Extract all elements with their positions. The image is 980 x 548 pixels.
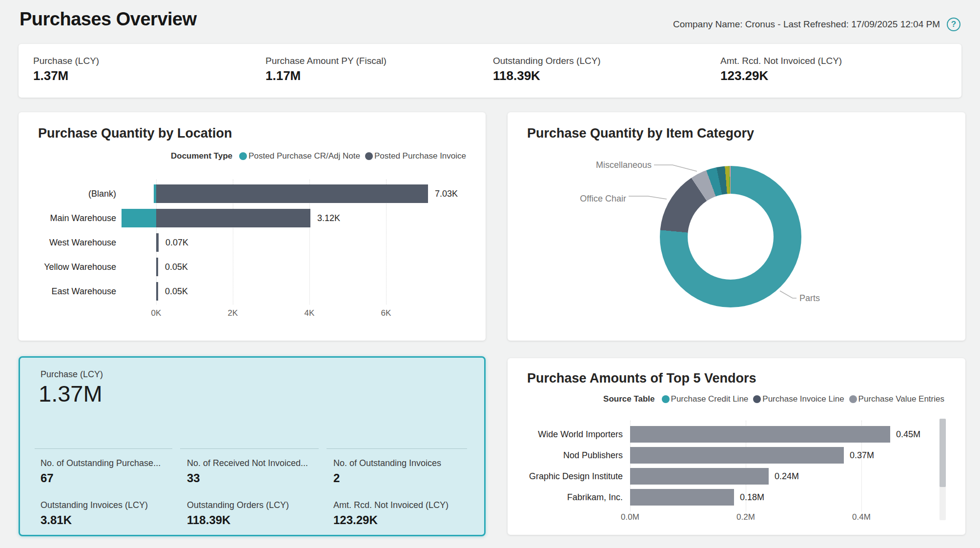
kpi-amt-rcd-not-invoiced[interactable]: Amt. Rcd. Not Invoiced (LCY) 123.29K [720,44,925,98]
donut-hole [688,194,774,280]
legend-title: Source Table [603,394,655,404]
legend-item-value-entries[interactable]: Purchase Value Entries [849,394,944,404]
divider [180,448,319,449]
x-tick: 0K [137,308,176,318]
bar-value-label: 0.37M [850,447,874,464]
bar-segment-invoice[interactable] [156,233,159,252]
category-label: (Blank) [28,184,116,203]
bar-row-wide-world-importers: Wide World Importers 0.45M [508,426,965,443]
selected-card-value: 1.37M [39,380,102,407]
vendor-bar[interactable] [630,426,890,443]
vendor-bar[interactable] [630,447,844,464]
teal-dot-icon [662,395,670,403]
vendors-scrollbar-thumb[interactable] [939,419,946,487]
legend-item-credit-line[interactable]: Purchase Credit Line [662,394,749,404]
bar-value-label: 0.07K [165,233,188,252]
legend-item-invoice-line[interactable]: Purchase Invoice Line [753,394,844,404]
page-title: Purchases Overview [20,9,197,30]
kpi-value: 118.39K [493,68,540,83]
x-tick: 0.4M [842,512,881,522]
kpi-label: Amt. Rcd. Not Invoiced (LCY) [720,56,842,66]
vendor-label: Graphic Design Institute [517,468,623,485]
purchase-lcy-selected-card[interactable]: Purchase (LCY) 1.37M No. of Outstanding … [19,356,486,536]
divider [327,448,467,449]
kpi-label: Outstanding Orders (LCY) [493,56,601,66]
bar-segment-cr-adj[interactable] [122,209,156,227]
bar-row-main-warehouse: Main Warehouse 3.12K [19,209,486,227]
location-chart-card: Purchase Quantity by Location Document T… [19,112,486,341]
header-right: Company Name: Cronus - Last Refreshed: 1… [673,18,960,31]
bar-value-label: 7.03K [435,184,458,203]
x-tick: 2K [213,308,252,318]
vendor-bar[interactable] [630,489,734,506]
vendors-scrollbar-track[interactable] [939,419,946,520]
donut-chart[interactable] [660,166,801,307]
metric-received-not-invoiced-count: No. of Received Not Invoiced... 33 [187,458,324,485]
vendor-label: Fabrikam, Inc. [517,489,623,506]
bar-segment-invoice[interactable] [156,184,428,203]
metric-amt-rcd-not-invoiced-lcy: Amt. Rcd. Not Invoiced (LCY) 123.29K [333,500,470,527]
kpi-purchase-lcy[interactable]: Purchase (LCY) 1.37M [33,44,238,98]
bar-row-yellow-warehouse: Yellow Warehouse 0.05K [19,258,486,276]
legend-item-cr-adj-note[interactable]: Posted Purchase CR/Adj Note [239,151,360,161]
kpi-value: 1.37M [33,68,68,83]
category-label: Main Warehouse [28,209,116,227]
legend-item-invoice[interactable]: Posted Purchase Invoice [365,151,466,161]
gray-dot-icon [849,395,857,403]
category-label: Yellow Warehouse [28,258,116,276]
kpi-label: Purchase Amount PY (Fiscal) [265,56,387,66]
metric-outstanding-invoices-count: No. of Outstanding Invoices 2 [333,458,470,485]
x-tick: 6K [367,308,406,318]
purchases-overview-dashboard: Purchases Overview Company Name: Cronus … [0,0,980,548]
selected-card-label: Purchase (LCY) [41,369,103,380]
slate-dot-icon [365,152,373,160]
callout-miscellaneous: Miscellaneous [554,160,652,170]
chart-title: Purchase Quantity by Item Category [527,126,754,141]
chart-title: Purchase Quantity by Location [38,126,232,141]
kpi-value: 123.29K [720,68,768,83]
bar-value-label: 0.45M [896,426,920,443]
kpi-value: 1.17M [265,68,301,83]
item-category-chart-card: Purchase Quantity by Item Category Misce… [508,112,965,341]
divider [35,448,172,449]
vendor-label: Wide World Importers [517,426,623,443]
teal-dot-icon [239,152,247,160]
vendor-bar[interactable] [630,468,769,485]
slate-dot-icon [753,395,761,403]
help-icon[interactable]: ? [947,18,960,31]
category-label: West Warehouse [28,233,116,252]
bar-row-graphic-design-institute: Graphic Design Institute 0.24M [508,468,965,485]
bar-value-label: 0.05K [165,282,188,301]
chart-title: Purchase Amounts of Top 5 Vendors [527,371,756,386]
vendors-legend: Source Table Purchase Credit Line Purcha… [603,394,944,404]
metric-outstanding-invoices-lcy: Outstanding Invoices (LCY) 3.81K [41,500,177,527]
bar-segment-invoice[interactable] [156,282,158,301]
legend-title: Document Type [171,151,232,161]
bar-row-blank: (Blank) 7.03K [19,184,486,203]
kpi-strip: Purchase (LCY) 1.37M Purchase Amount PY … [19,44,961,98]
kpi-purchase-amount-py[interactable]: Purchase Amount PY (Fiscal) 1.17M [265,44,470,98]
vendor-label: Nod Publishers [517,447,623,464]
callout-parts: Parts [799,293,820,304]
company-refresh-text: Company Name: Cronus - Last Refreshed: 1… [673,19,940,30]
bar-value-label: 0.18M [740,489,764,506]
bar-row-fabrikam-inc: Fabrikam, Inc. 0.18M [508,489,965,506]
location-legend: Document Type Posted Purchase CR/Adj Not… [171,151,466,161]
metric-outstanding-orders-lcy: Outstanding Orders (LCY) 118.39K [187,500,324,527]
bar-segment-invoice[interactable] [156,209,310,227]
bar-value-label: 0.24M [775,468,799,485]
metric-outstanding-purchase-count: No. of Outstanding Purchase... 67 [41,458,177,485]
top-vendors-chart-card: Purchase Amounts of Top 5 Vendors Source… [508,358,965,535]
bar-segment-invoice[interactable] [156,258,158,276]
bar-row-nod-publishers: Nod Publishers 0.37M [508,447,965,464]
bar-value-label: 0.05K [165,258,188,276]
kpi-label: Purchase (LCY) [33,56,99,66]
bar-row-west-warehouse: West Warehouse 0.07K [19,233,486,252]
bar-row-east-warehouse: East Warehouse 0.05K [19,282,486,301]
x-tick: 4K [290,308,329,318]
x-tick: 0.2M [726,512,765,522]
bar-value-label: 3.12K [317,209,340,227]
kpi-outstanding-orders[interactable]: Outstanding Orders (LCY) 118.39K [493,44,698,98]
callout-office-chair: Office Chair [538,194,626,204]
x-tick: 0.0M [611,512,650,522]
